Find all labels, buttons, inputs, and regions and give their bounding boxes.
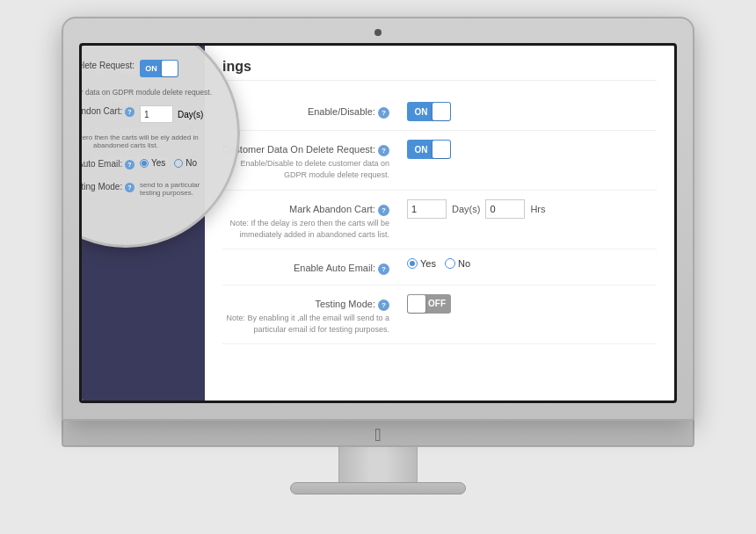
mag-delete-control: ON <box>140 60 214 77</box>
customer-data-control: ON <box>407 140 657 159</box>
page-title: ings <box>222 59 657 81</box>
toggle-on-label: ON <box>407 107 451 117</box>
mag-no-radio[interactable] <box>174 159 183 168</box>
mag-mark-abandon-control: Day(s) <box>140 105 214 123</box>
mag-yes-option[interactable]: Yes <box>140 158 165 168</box>
imac-body: ▦ Analytics ❓ FAQs ✏ Suggesttions 🔖 Othe… <box>62 17 694 421</box>
auto-email-help[interactable]: ? <box>378 263 389 275</box>
testing-mode-label: Testing Mode: ? Note: By enabling it ,al… <box>222 294 398 336</box>
mark-abandon-note: Note: If the delay is zero then the cart… <box>222 218 389 240</box>
auto-email-control: Yes No <box>407 258 657 269</box>
mag-days-unit: Day(s) <box>178 110 203 119</box>
yes-label: Yes <box>420 258 436 269</box>
mag-mark-abandon-help[interactable]: ? <box>125 107 134 117</box>
imac-stand-neck <box>338 447 418 482</box>
days-unit: Day(s) <box>452 204 480 214</box>
mag-testing-help[interactable]: ? <box>125 183 134 192</box>
mark-abandon-help[interactable]: ? <box>378 205 389 216</box>
imac-screen: ▦ Analytics ❓ FAQs ✏ Suggesttions 🔖 Othe… <box>79 43 677 403</box>
imac-stand-base <box>290 482 466 494</box>
mag-yes-radio[interactable] <box>140 159 149 168</box>
testing-mode-note: Note: By enabling it ,all the email will… <box>222 313 389 335</box>
page-title-text: ings <box>222 59 251 74</box>
customer-data-label: Customer Data On Delete Request: ? Enabl… <box>222 140 398 181</box>
auto-email-no[interactable]: No <box>445 258 470 269</box>
mag-testing-row: Testing Mode: ? send to a particular tes… <box>82 181 214 197</box>
mag-no-label: No <box>185 158 197 168</box>
mag-auto-email-row: Enable Auto Email: ? Yes <box>82 158 214 170</box>
customer-data-help[interactable]: ? <box>378 145 389 156</box>
enable-disable-label: Enable/Disable: ? <box>222 102 398 119</box>
imac-camera <box>374 29 382 36</box>
no-label: No <box>458 258 470 269</box>
customer-data-row: Customer Data On Delete Request: ? Enabl… <box>222 131 657 191</box>
enable-disable-toggle[interactable]: ON <box>407 102 451 121</box>
mag-yes-label: Yes <box>151 158 165 168</box>
enable-disable-control: ON <box>407 102 657 121</box>
yes-radio[interactable] <box>407 258 418 269</box>
mark-abandon-label: Mark Abandon Cart: ? Note: If the delay … <box>222 199 398 241</box>
testing-mode-control: OFF <box>407 294 657 314</box>
mark-abandon-control: Day(s) Hrs <box>407 199 657 219</box>
auto-email-yes[interactable]: Yes <box>407 258 436 269</box>
mag-auto-email-label: Enable Auto Email: ? <box>82 158 134 170</box>
mag-mark-abandon-row: Mark Abandon Cart: ? Day(s) <box>82 105 214 123</box>
testing-mode-help[interactable]: ? <box>378 299 389 311</box>
auto-email-label: Enable Auto Email: ? <box>222 258 398 275</box>
mag-auto-email-control: Yes No <box>140 158 214 168</box>
auto-email-radio-group: Yes No <box>407 258 470 269</box>
mag-delete-toggle[interactable]: ON <box>140 60 178 77</box>
mag-mark-abandon-label: Mark Abandon Cart: ? <box>82 105 134 118</box>
apple-logo:  <box>374 425 381 445</box>
mark-abandon-hrs-input[interactable] <box>485 199 525 219</box>
mag-delete-row: n Delete Request: ON <box>82 60 214 77</box>
mag-radio-group: Yes No <box>140 158 197 168</box>
mag-delete-note: ere customer data on GDPR module delete … <box>82 88 214 97</box>
mag-auto-email-help[interactable]: ? <box>125 160 134 170</box>
mark-abandon-days-input[interactable] <box>407 199 447 219</box>
hrs-unit: Hrs <box>530 204 545 214</box>
mag-testing-control: send to a particular testing purposes. <box>140 181 214 197</box>
toggle-off-label: OFF <box>407 299 451 308</box>
customer-data-note: Enable/Disable to delete customer data o… <box>222 158 389 180</box>
enable-disable-row: Enable/Disable: ? ON <box>222 93 657 131</box>
mag-delete-label: n Delete Request: <box>82 60 134 72</box>
mag-testing-note: send to a particular testing purposes. <box>140 181 214 197</box>
mag-mark-abandon-note: delay is zero then the carts will be ely… <box>82 134 214 149</box>
testing-mode-toggle[interactable]: OFF <box>407 294 451 314</box>
toggle-on-label: ON <box>140 64 178 73</box>
main-content: ings Enable/Disable: ? ON <box>205 46 674 400</box>
testing-mode-row: Testing Mode: ? Note: By enabling it ,al… <box>222 285 657 345</box>
mark-abandon-row: Mark Abandon Cart: ? Note: If the delay … <box>222 191 657 250</box>
screen-content: ▦ Analytics ❓ FAQs ✏ Suggesttions 🔖 Othe… <box>82 46 674 400</box>
auto-email-row: Enable Auto Email: ? Yes <box>222 249 657 285</box>
customer-data-toggle[interactable]: ON <box>407 140 451 159</box>
no-radio[interactable] <box>445 258 455 269</box>
enable-disable-help[interactable]: ? <box>378 107 389 119</box>
mag-testing-label: Testing Mode: ? <box>82 181 134 193</box>
magnify-inner: n Delete Request: ON ere customer data o… <box>82 51 222 216</box>
mag-no-option[interactable]: No <box>174 158 197 168</box>
imac-chin:  <box>62 421 694 447</box>
toggle-on-label: ON <box>407 145 451 155</box>
mag-days-input[interactable] <box>140 105 173 123</box>
monitor-wrapper: ▦ Analytics ❓ FAQs ✏ Suggesttions 🔖 Othe… <box>44 17 712 517</box>
